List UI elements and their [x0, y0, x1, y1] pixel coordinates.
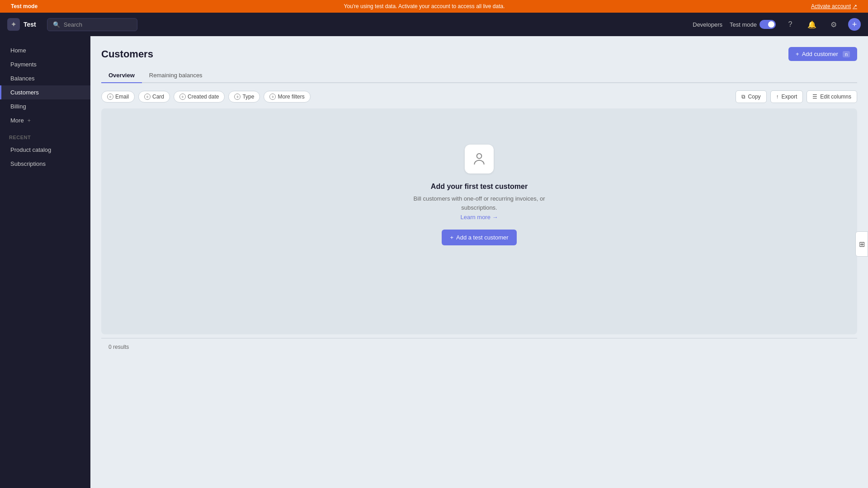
test-mode-toggle[interactable]: Test mode: [730, 20, 776, 29]
edit-columns-label: Edit columns: [820, 94, 851, 100]
page-header: Customers + Add customer n: [101, 47, 857, 61]
activate-account-label: Activate account: [811, 3, 851, 9]
add-test-customer-button[interactable]: + Add a test customer: [442, 230, 516, 245]
notifications-icon-btn[interactable]: 🔔: [805, 17, 819, 32]
float-expand-btn[interactable]: ⊞: [855, 231, 868, 257]
sidebar-home-label: Home: [10, 47, 26, 54]
sidebar-item-payments[interactable]: Payments: [0, 57, 90, 71]
page-title: Customers: [101, 48, 153, 60]
more-filter-label: More filters: [278, 94, 304, 100]
tab-overview[interactable]: Overview: [101, 68, 142, 83]
sidebar-more-plus-icon: +: [28, 117, 31, 124]
email-filter-icon: +: [107, 94, 113, 100]
product-catalog-label: Product catalog: [10, 146, 51, 153]
empty-state-icon-container: [465, 145, 494, 174]
filter-bar: + Email + Card + Created date + Type + M…: [101, 90, 857, 103]
card-filter-label: Card: [152, 94, 164, 100]
filter-card-btn[interactable]: + Card: [138, 91, 170, 103]
add-test-plus-icon: +: [450, 234, 453, 241]
empty-state-title: Add your first test customer: [431, 183, 528, 191]
brand-icon: ✦: [7, 18, 20, 31]
filter-actions: ⧉ Copy ↑ Export ☰ Edit columns: [736, 90, 857, 103]
content-panel: Add your first test customer Bill custom…: [101, 108, 857, 334]
more-filter-icon: +: [269, 94, 276, 100]
created-date-filter-label: Created date: [188, 94, 219, 100]
sidebar: Home Payments Balances Customers Billing…: [0, 36, 90, 488]
toggle-switch[interactable]: [760, 20, 776, 29]
bell-icon: 🔔: [807, 20, 816, 29]
settings-icon-btn[interactable]: ⚙: [826, 17, 841, 32]
subscriptions-label: Subscriptions: [10, 160, 46, 167]
brand[interactable]: ✦ Test: [7, 18, 36, 31]
float-expand-icon: ⊞: [859, 240, 865, 249]
empty-state: Add your first test customer Bill custom…: [101, 108, 857, 282]
page-tabs: Overview Remaining balances: [101, 68, 857, 83]
export-icon: ↑: [776, 94, 779, 100]
tab-overview-label: Overview: [108, 72, 135, 79]
tab-remaining-balances[interactable]: Remaining balances: [142, 68, 210, 83]
help-icon: ?: [788, 20, 793, 28]
sidebar-item-home[interactable]: Home: [0, 43, 90, 57]
developers-link[interactable]: Developers: [693, 21, 722, 28]
banner-test-mode-label: Test mode: [11, 3, 38, 9]
card-filter-icon: +: [144, 94, 151, 100]
navbar: ✦ Test 🔍 Search Developers Test mode ? 🔔…: [0, 13, 868, 36]
copy-label: Copy: [748, 94, 761, 100]
filter-created-date-btn[interactable]: + Created date: [174, 91, 225, 103]
sidebar-item-subscriptions[interactable]: Subscriptions: [0, 157, 90, 171]
gear-icon: ⚙: [830, 20, 837, 29]
email-filter-label: Email: [115, 94, 129, 100]
copy-btn[interactable]: ⧉ Copy: [736, 90, 767, 103]
search-bar[interactable]: 🔍 Search: [47, 18, 137, 31]
activate-account-link[interactable]: Activate account ↗: [811, 3, 857, 9]
empty-state-description: Bill customers with one-off or recurring…: [411, 194, 547, 212]
type-filter-icon: +: [234, 94, 241, 100]
person-icon: [472, 152, 486, 166]
banner-center-text: You're using test data. Activate your ac…: [38, 3, 811, 9]
export-label: Export: [782, 94, 797, 100]
search-placeholder: Search: [64, 21, 82, 28]
sidebar-item-customers[interactable]: Customers: [0, 85, 90, 99]
svg-point-0: [477, 154, 482, 159]
sidebar-item-balances[interactable]: Balances: [0, 71, 90, 85]
filter-more-btn[interactable]: + More filters: [264, 91, 310, 103]
global-add-btn[interactable]: +: [848, 18, 861, 31]
filter-email-btn[interactable]: + Email: [101, 91, 135, 103]
plus-icon: +: [852, 20, 857, 29]
test-mode-banner: Test mode You're using test data. Activa…: [0, 0, 868, 13]
edit-columns-icon: ☰: [812, 94, 817, 100]
learn-more-link[interactable]: Learn more →: [460, 214, 498, 221]
sidebar-item-product-catalog[interactable]: Product catalog: [0, 143, 90, 157]
edit-columns-btn[interactable]: ☰ Edit columns: [807, 90, 857, 103]
sidebar-billing-label: Billing: [10, 103, 26, 110]
help-icon-btn[interactable]: ?: [783, 17, 797, 32]
add-customer-kbd-hint: n: [843, 51, 850, 57]
brand-name: Test: [24, 21, 36, 28]
add-customer-button[interactable]: + Add customer n: [788, 47, 857, 61]
sidebar-item-more[interactable]: More +: [0, 113, 90, 127]
copy-icon: ⧉: [741, 94, 745, 100]
type-filter-label: Type: [242, 94, 254, 100]
activate-arrow-icon: ↗: [853, 3, 857, 9]
search-icon: 🔍: [53, 21, 60, 28]
sidebar-more-label: More: [10, 117, 24, 124]
sidebar-item-billing[interactable]: Billing: [0, 99, 90, 113]
results-count: 0 results: [101, 338, 857, 356]
add-customer-label: Add customer: [802, 51, 838, 57]
filter-type-btn[interactable]: + Type: [228, 91, 260, 103]
test-mode-label: Test mode: [730, 21, 757, 28]
add-test-label: Add a test customer: [456, 234, 509, 241]
main-content: Customers + Add customer n Overview Rema…: [90, 36, 868, 488]
add-customer-plus-icon: +: [796, 51, 799, 57]
export-btn[interactable]: ↑ Export: [770, 90, 803, 103]
created-date-filter-icon: +: [179, 94, 186, 100]
tab-remaining-balances-label: Remaining balances: [149, 72, 203, 79]
sidebar-balances-label: Balances: [10, 75, 34, 82]
sidebar-payments-label: Payments: [10, 61, 37, 68]
navbar-right: Developers Test mode ? 🔔 ⚙ +: [693, 17, 861, 32]
recent-section-label: Recent: [0, 127, 90, 143]
sidebar-customers-label: Customers: [10, 89, 39, 96]
